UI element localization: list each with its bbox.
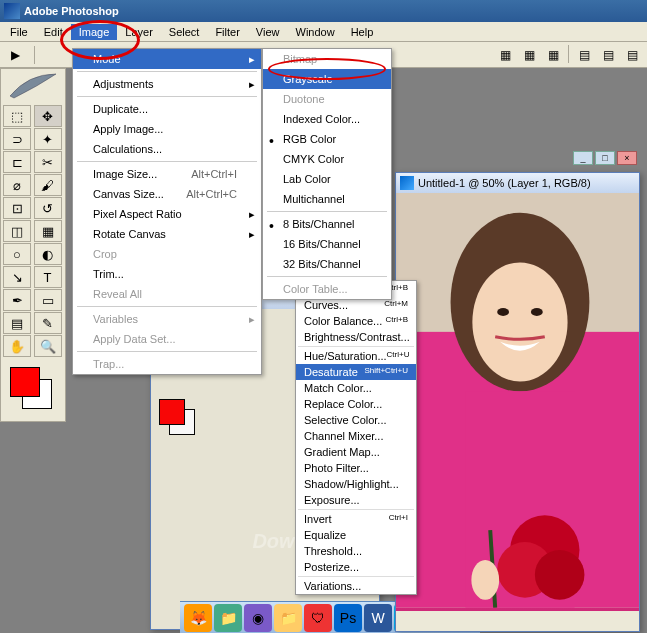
menu-layer[interactable]: Layer — [117, 24, 161, 40]
lab-color-item[interactable]: Lab Color — [263, 169, 391, 189]
healing-tool[interactable]: ⌀ — [3, 174, 31, 196]
canvas-size-item[interactable]: Canvas Size...Alt+Ctrl+C — [73, 184, 261, 204]
16bit-item[interactable]: 16 Bits/Channel — [263, 234, 391, 254]
channel-mixer-item[interactable]: Channel Mixer... — [296, 428, 416, 444]
variables-item[interactable]: Variables — [73, 309, 261, 329]
menu-help[interactable]: Help — [343, 24, 382, 40]
replace-color-item[interactable]: Replace Color... — [296, 396, 416, 412]
taskbar-icon[interactable]: 📁 — [214, 604, 242, 632]
color-swatches[interactable] — [8, 365, 58, 415]
eraser-tool[interactable]: ◫ — [3, 220, 31, 242]
blur-tool[interactable]: ○ — [3, 243, 31, 265]
lasso-tool[interactable]: ⊃ — [3, 128, 31, 150]
distribute-icon[interactable]: ▤ — [573, 45, 595, 65]
reveal-all-item[interactable]: Reveal All — [73, 284, 261, 304]
photo-filter-item[interactable]: Photo Filter... — [296, 460, 416, 476]
photo-content — [396, 193, 639, 608]
menu-view[interactable]: View — [248, 24, 288, 40]
wand-tool[interactable]: ✦ — [34, 128, 62, 150]
8bit-item[interactable]: 8 Bits/Channel — [263, 214, 391, 234]
shadow-highlight-item[interactable]: Shadow/Highlight... — [296, 476, 416, 492]
svg-point-10 — [471, 560, 499, 600]
gradient-map-item[interactable]: Gradient Map... — [296, 444, 416, 460]
document-canvas[interactable] — [396, 193, 639, 611]
gradient-tool[interactable]: ▦ — [34, 220, 62, 242]
crop-tool[interactable]: ⊏ — [3, 151, 31, 173]
slice-tool[interactable]: ✂ — [34, 151, 62, 173]
history-brush-tool[interactable]: ↺ — [34, 197, 62, 219]
color-table-item[interactable]: Color Table... — [263, 279, 391, 299]
calculations-item[interactable]: Calculations... — [73, 139, 261, 159]
align-icon[interactable]: ▦ — [518, 45, 540, 65]
desaturate-item[interactable]: DesaturateShift+Ctrl+U — [296, 364, 416, 380]
marquee-tool[interactable]: ⬚ — [3, 105, 31, 127]
hand-tool[interactable]: ✋ — [3, 335, 31, 357]
taskbar-icon[interactable]: 🛡 — [304, 604, 332, 632]
align-icon[interactable]: ▦ — [494, 45, 516, 65]
menu-image[interactable]: Image — [71, 24, 118, 40]
cmyk-color-item[interactable]: CMYK Color — [263, 149, 391, 169]
document-titlebar[interactable]: Untitled-1 @ 50% (Layer 1, RGB/8) — [396, 173, 639, 193]
align-icon[interactable]: ▦ — [542, 45, 564, 65]
multichannel-item[interactable]: Multichannel — [263, 189, 391, 209]
trim-item[interactable]: Trim... — [73, 264, 261, 284]
duotone-item[interactable]: Duotone — [263, 89, 391, 109]
grayscale-item[interactable]: Grayscale — [263, 69, 391, 89]
taskbar-icon[interactable]: ◉ — [244, 604, 272, 632]
duplicate-item[interactable]: Duplicate... — [73, 99, 261, 119]
menu-window[interactable]: Window — [288, 24, 343, 40]
notes-tool[interactable]: ▤ — [3, 312, 31, 334]
eyedropper-tool[interactable]: ✎ — [34, 312, 62, 334]
trap-item[interactable]: Trap... — [73, 354, 261, 374]
threshold-item[interactable]: Threshold... — [296, 543, 416, 559]
svg-point-4 — [497, 308, 509, 316]
posterize-item[interactable]: Posterize... — [296, 559, 416, 575]
brush-tool[interactable]: 🖌 — [34, 174, 62, 196]
selective-color-item[interactable]: Selective Color... — [296, 412, 416, 428]
move-tool[interactable]: ✥ — [34, 105, 62, 127]
adjustments-item[interactable]: Adjustments — [73, 74, 261, 94]
type-tool[interactable]: T — [34, 266, 62, 288]
maximize-icon[interactable]: □ — [595, 151, 615, 165]
bitmap-item[interactable]: Bitmap — [263, 49, 391, 69]
distribute-icon[interactable]: ▤ — [621, 45, 643, 65]
shape-tool[interactable]: ▭ — [34, 289, 62, 311]
invert-item[interactable]: InvertCtrl+I — [296, 511, 416, 527]
minimize-icon[interactable]: _ — [573, 151, 593, 165]
taskbar-icon[interactable]: 🦊 — [184, 604, 212, 632]
taskbar-icon[interactable]: W — [364, 604, 392, 632]
image-size-item[interactable]: Image Size...Alt+Ctrl+I — [73, 164, 261, 184]
menu-file[interactable]: File — [2, 24, 36, 40]
taskbar-icon[interactable]: 📁 — [274, 604, 302, 632]
close-icon[interactable]: × — [617, 151, 637, 165]
32bit-item[interactable]: 32 Bits/Channel — [263, 254, 391, 274]
crop-item[interactable]: Crop — [73, 244, 261, 264]
menu-edit[interactable]: Edit — [36, 24, 71, 40]
mode-item[interactable]: Mode — [73, 49, 261, 69]
variations-item[interactable]: Variations... — [296, 578, 416, 594]
dodge-tool[interactable]: ◐ — [34, 243, 62, 265]
app-icon — [4, 3, 20, 19]
distribute-icon[interactable]: ▤ — [597, 45, 619, 65]
color-balance-item[interactable]: Color Balance...Ctrl+B — [296, 313, 416, 329]
foreground-color[interactable] — [10, 367, 40, 397]
rotate-canvas-item[interactable]: Rotate Canvas — [73, 224, 261, 244]
menu-filter[interactable]: Filter — [207, 24, 247, 40]
pixel-aspect-item[interactable]: Pixel Aspect Ratio — [73, 204, 261, 224]
indexed-color-item[interactable]: Indexed Color... — [263, 109, 391, 129]
exposure-item[interactable]: Exposure... — [296, 492, 416, 508]
match-color-item[interactable]: Match Color... — [296, 380, 416, 396]
rgb-color-item[interactable]: RGB Color — [263, 129, 391, 149]
apply-image-item[interactable]: Apply Image... — [73, 119, 261, 139]
zoom-tool[interactable]: 🔍 — [34, 335, 62, 357]
stamp-tool[interactable]: ⊡ — [3, 197, 31, 219]
pen-tool[interactable]: ✒ — [3, 289, 31, 311]
taskbar-icon[interactable]: Ps — [334, 604, 362, 632]
hue-item[interactable]: Hue/Saturation...Ctrl+U — [296, 348, 416, 364]
apply-data-set-item[interactable]: Apply Data Set... — [73, 329, 261, 349]
path-tool[interactable]: ↘ — [3, 266, 31, 288]
menu-select[interactable]: Select — [161, 24, 208, 40]
tool-preset-icon[interactable]: ▶ — [4, 45, 26, 65]
equalize-item[interactable]: Equalize — [296, 527, 416, 543]
brightness-item[interactable]: Brightness/Contrast... — [296, 329, 416, 345]
